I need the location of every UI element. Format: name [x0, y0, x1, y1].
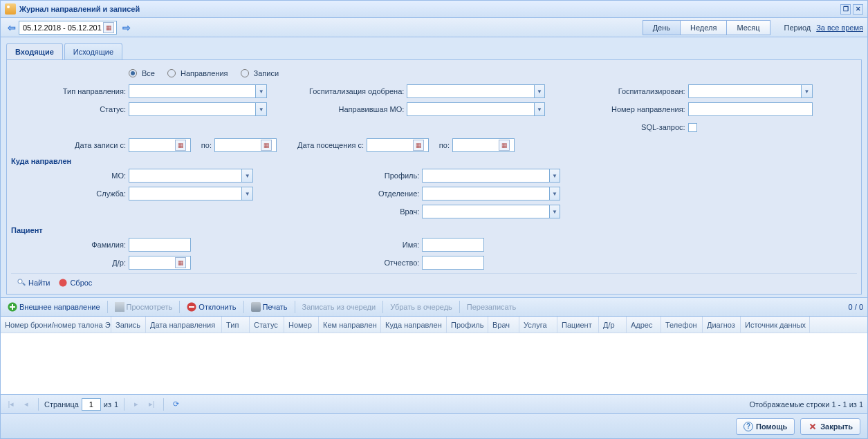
sql-query-checkbox[interactable]	[688, 123, 697, 132]
window-title: Журнал направлений и записей	[19, 5, 140, 13]
patronymic-input[interactable]	[422, 256, 484, 270]
column-header[interactable]: Врач	[488, 317, 519, 333]
chevron-down-icon[interactable]: ▼	[549, 205, 560, 218]
visit-date-to[interactable]: ▦	[452, 138, 515, 152]
footer: ?Помощь Закрыть	[1, 413, 867, 438]
profile-combo[interactable]: ▼	[422, 169, 560, 183]
close-button[interactable]: Закрыть	[800, 418, 860, 435]
calendar-icon[interactable]: ▦	[499, 140, 510, 151]
segment-week[interactable]: Неделя	[680, 21, 726, 35]
segment-month[interactable]: Месяц	[726, 21, 769, 35]
radio-all[interactable]	[129, 69, 137, 77]
restore-button[interactable]: ❐	[840, 4, 851, 15]
dequeue-button[interactable]: Убрать в очередь	[387, 301, 455, 312]
column-header[interactable]: Запись	[111, 317, 146, 333]
date-range-field[interactable]: ▦	[19, 21, 117, 35]
chevron-down-icon[interactable]: ▼	[549, 169, 560, 182]
date-range-input[interactable]	[21, 23, 103, 32]
view-button[interactable]: Просмотреть	[112, 301, 176, 313]
column-header[interactable]: Пациент	[557, 317, 599, 333]
filter-panel: Все Направления Записи Тип направления: …	[6, 59, 862, 295]
column-header[interactable]: Номер брони/номер талона ЭО	[1, 317, 111, 333]
record-date-from[interactable]: ▦	[129, 138, 191, 152]
direction-number-input[interactable]	[688, 102, 813, 116]
first-page-button[interactable]: |◂	[5, 398, 17, 411]
chevron-down-icon[interactable]: ▼	[255, 103, 266, 115]
reject-button[interactable]: Отклонить	[184, 301, 239, 313]
department-combo[interactable]: ▼	[422, 187, 560, 200]
calendar-icon[interactable]: ▦	[175, 140, 186, 151]
calendar-icon[interactable]: ▦	[413, 140, 424, 151]
find-button[interactable]: Найти	[14, 277, 53, 289]
record-counter: 0 / 0	[849, 303, 863, 311]
page-input[interactable]	[82, 398, 101, 411]
period-segment: День Неделя Месяц	[643, 20, 770, 35]
record-date-to[interactable]: ▦	[214, 138, 277, 152]
close-window-button[interactable]: ✕	[853, 4, 863, 15]
column-header[interactable]: Профиль	[447, 317, 488, 333]
radio-directions[interactable]	[167, 69, 176, 77]
tab-incoming[interactable]: Входящие	[6, 43, 63, 59]
prev-page-button[interactable]: ◂	[20, 398, 33, 411]
chevron-down-icon[interactable]: ▼	[534, 85, 545, 97]
direction-type-combo[interactable]: ▼	[129, 84, 267, 98]
column-header[interactable]: Д/р	[599, 317, 627, 333]
chevron-down-icon[interactable]: ▼	[549, 187, 560, 200]
column-header[interactable]: Услуга	[519, 317, 557, 333]
column-header[interactable]: Тип	[222, 317, 250, 333]
filter-area: Входящие Исходящие Все Направления Запис…	[1, 37, 867, 297]
mo-combo[interactable]: ▼	[129, 169, 253, 183]
print-button[interactable]: Печать	[248, 301, 290, 313]
column-header[interactable]: Диагноз	[703, 317, 741, 333]
main-window: Журнал направлений и записей ❐ ✕ ⇦ ▦ ⇨ Д…	[0, 0, 868, 439]
calendar-icon[interactable]: ▦	[175, 257, 186, 268]
all-time-link[interactable]: За все время	[816, 24, 863, 32]
column-header[interactable]: Адрес	[627, 317, 661, 333]
refresh-button[interactable]: ⟳	[169, 398, 182, 411]
grid-header: Номер брони/номер талона ЭОЗаписьДата на…	[1, 317, 867, 333]
doctor-combo[interactable]: ▼	[422, 205, 560, 218]
period-label: Период	[784, 24, 811, 32]
calendar-icon[interactable]: ▦	[261, 140, 272, 151]
column-header[interactable]: Источник данных	[741, 317, 810, 333]
chevron-down-icon[interactable]: ▼	[255, 85, 266, 97]
tab-outgoing[interactable]: Исходящие	[64, 43, 122, 59]
help-button[interactable]: ?Помощь	[736, 418, 795, 435]
calendar-icon[interactable]: ▦	[103, 22, 114, 33]
chevron-down-icon[interactable]: ▼	[241, 169, 252, 182]
external-direction-button[interactable]: Внешнее направление	[5, 301, 103, 313]
column-header[interactable]: Номер	[284, 317, 319, 333]
chevron-down-icon[interactable]: ▼	[801, 85, 812, 97]
birthdate-input[interactable]: ▦	[129, 256, 191, 270]
referring-mo-combo[interactable]: ▼	[407, 102, 545, 116]
view-icon	[115, 302, 124, 312]
app-icon	[5, 3, 16, 15]
status-combo[interactable]: ▼	[129, 102, 267, 116]
visit-date-from[interactable]: ▦	[367, 138, 429, 152]
close-icon	[808, 422, 818, 431]
surname-input[interactable]	[129, 238, 191, 252]
last-page-button[interactable]: ▸|	[145, 398, 158, 411]
print-icon	[251, 302, 261, 312]
service-combo[interactable]: ▼	[129, 187, 253, 200]
column-header[interactable]: Телефон	[661, 317, 703, 333]
reassign-button[interactable]: Перезаписать	[464, 301, 519, 312]
next-period-button[interactable]: ⇨	[120, 21, 133, 35]
radio-records[interactable]	[241, 69, 249, 77]
filter-action-bar: Найти Сброс	[11, 273, 857, 291]
column-header[interactable]: Кем направлен	[319, 317, 381, 333]
prev-period-button[interactable]: ⇦	[5, 21, 19, 35]
enqueue-button[interactable]: Записать из очереди	[299, 301, 379, 312]
chevron-down-icon[interactable]: ▼	[534, 103, 545, 115]
reset-button[interactable]: Сброс	[55, 277, 95, 289]
hospitalized-combo[interactable]: ▼	[688, 84, 813, 98]
segment-day[interactable]: День	[643, 21, 680, 35]
name-input[interactable]	[422, 238, 484, 252]
column-header[interactable]: Куда направлен	[381, 317, 447, 333]
help-icon: ?	[744, 422, 753, 431]
column-header[interactable]: Дата направления	[146, 317, 222, 333]
column-header[interactable]: Статус	[250, 317, 284, 333]
chevron-down-icon[interactable]: ▼	[241, 187, 252, 200]
hosp-approved-combo[interactable]: ▼	[407, 84, 545, 98]
next-page-button[interactable]: ▸	[130, 398, 142, 411]
